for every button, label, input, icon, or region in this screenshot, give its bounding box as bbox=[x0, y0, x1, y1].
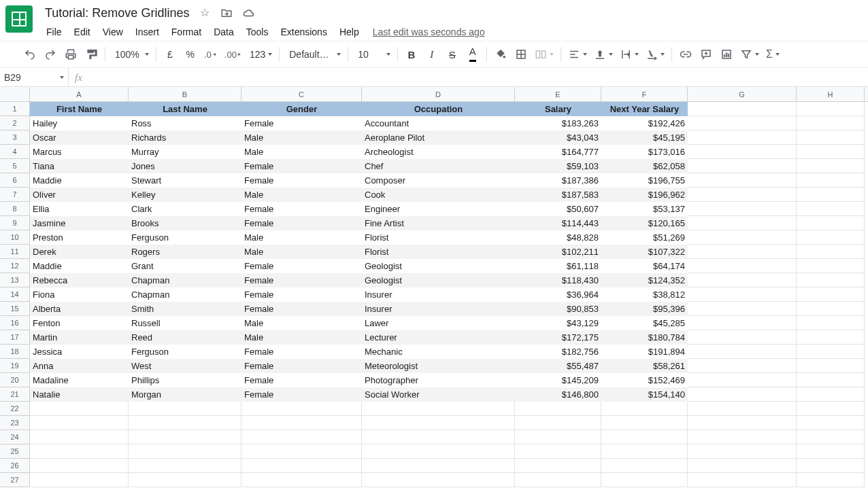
cell[interactable]: $36,964 bbox=[515, 287, 601, 302]
cell[interactable]: West bbox=[129, 359, 241, 373]
cell[interactable]: $183,263 bbox=[515, 116, 601, 130]
cell[interactable] bbox=[688, 359, 797, 373]
cell[interactable]: $164,777 bbox=[515, 145, 601, 159]
cell[interactable] bbox=[688, 173, 797, 188]
cell[interactable]: Meteorologist bbox=[362, 359, 515, 373]
cell[interactable]: $61,118 bbox=[515, 259, 601, 273]
sheets-app-icon[interactable] bbox=[5, 5, 33, 33]
cell[interactable]: Insurer bbox=[362, 302, 515, 316]
cell[interactable] bbox=[688, 130, 797, 145]
cell[interactable] bbox=[362, 444, 515, 459]
cell[interactable]: $124,352 bbox=[601, 273, 688, 287]
cell[interactable] bbox=[688, 202, 797, 216]
row-header[interactable]: 10 bbox=[0, 230, 29, 245]
row-header[interactable]: 8 bbox=[0, 202, 29, 216]
cell[interactable]: Hailey bbox=[30, 116, 129, 130]
cell[interactable]: $192,426 bbox=[601, 116, 688, 130]
row-header[interactable]: 5 bbox=[0, 159, 29, 173]
cell[interactable]: $43,129 bbox=[515, 316, 601, 330]
menu-file[interactable]: File bbox=[41, 24, 67, 40]
cell[interactable] bbox=[688, 302, 797, 316]
cell[interactable] bbox=[688, 145, 797, 159]
row-header[interactable]: 12 bbox=[0, 259, 29, 273]
cell[interactable]: $114,443 bbox=[515, 216, 601, 230]
row-header[interactable]: 21 bbox=[0, 387, 29, 402]
cell[interactable] bbox=[797, 216, 865, 230]
cell[interactable] bbox=[241, 459, 362, 473]
cell[interactable]: Tiana bbox=[30, 159, 129, 173]
cell[interactable] bbox=[688, 373, 797, 387]
cell[interactable]: Lecturer bbox=[362, 330, 515, 345]
strikethrough-button[interactable]: S bbox=[443, 45, 462, 64]
cell[interactable] bbox=[515, 459, 601, 473]
cell[interactable] bbox=[601, 459, 688, 473]
cell[interactable]: Preston bbox=[30, 230, 129, 245]
cell[interactable] bbox=[797, 430, 865, 444]
redo-button[interactable] bbox=[41, 45, 60, 64]
cell[interactable] bbox=[129, 459, 241, 473]
table-header-cell[interactable]: Next Year Salary bbox=[601, 102, 688, 116]
cell[interactable]: $48,828 bbox=[515, 230, 601, 245]
increase-decimal-button[interactable]: .00 bbox=[222, 45, 246, 64]
cell[interactable]: $90,853 bbox=[515, 302, 601, 316]
row-header[interactable]: 15 bbox=[0, 302, 29, 316]
format-as-currency-button[interactable]: £ bbox=[161, 45, 180, 64]
cell[interactable]: $43,043 bbox=[515, 130, 601, 145]
menu-tools[interactable]: Tools bbox=[241, 24, 274, 40]
font-family-dropdown[interactable]: Default (Ari… bbox=[284, 45, 344, 64]
column-header[interactable]: B bbox=[129, 87, 241, 101]
cell[interactable]: $154,140 bbox=[601, 387, 688, 402]
cell[interactable]: Fine Artist bbox=[362, 216, 515, 230]
cell[interactable]: Mechanic bbox=[362, 345, 515, 359]
cell[interactable]: $196,962 bbox=[601, 188, 688, 202]
cell[interactable]: Female bbox=[241, 345, 362, 359]
functions-dropdown[interactable]: Σ bbox=[763, 45, 782, 64]
cell[interactable] bbox=[797, 387, 865, 402]
cell[interactable]: Male bbox=[241, 230, 362, 245]
cell[interactable] bbox=[129, 430, 241, 444]
cell[interactable] bbox=[362, 416, 515, 430]
cell[interactable] bbox=[797, 316, 865, 330]
cell[interactable]: Ellia bbox=[30, 202, 129, 216]
cell[interactable]: Female bbox=[241, 173, 362, 188]
cell[interactable] bbox=[797, 273, 865, 287]
row-header[interactable]: 17 bbox=[0, 330, 29, 345]
cell[interactable]: Female bbox=[241, 216, 362, 230]
more-formats-dropdown[interactable]: 123 bbox=[247, 45, 275, 64]
row-header[interactable]: 13 bbox=[0, 273, 29, 287]
row-header[interactable]: 6 bbox=[0, 173, 29, 188]
cell[interactable] bbox=[241, 430, 362, 444]
cell[interactable]: Male bbox=[241, 188, 362, 202]
cell[interactable]: Oscar bbox=[30, 130, 129, 145]
cell[interactable]: $107,322 bbox=[601, 245, 688, 259]
cell[interactable]: Jessica bbox=[30, 345, 129, 359]
cell[interactable]: $187,583 bbox=[515, 188, 601, 202]
cell[interactable] bbox=[797, 145, 865, 159]
cell[interactable] bbox=[362, 430, 515, 444]
cell[interactable] bbox=[515, 402, 601, 416]
cell[interactable] bbox=[688, 188, 797, 202]
cell[interactable]: Female bbox=[241, 373, 362, 387]
cell[interactable]: Clark bbox=[129, 202, 241, 216]
decrease-decimal-button[interactable]: .0 bbox=[201, 45, 220, 64]
cell[interactable]: Insurer bbox=[362, 287, 515, 302]
cell[interactable] bbox=[30, 473, 129, 487]
menu-edit[interactable]: Edit bbox=[69, 24, 96, 40]
undo-button[interactable] bbox=[20, 45, 39, 64]
cell[interactable] bbox=[30, 402, 129, 416]
row-header[interactable]: 16 bbox=[0, 316, 29, 330]
horizontal-align-dropdown[interactable] bbox=[565, 45, 590, 64]
cell[interactable]: Brooks bbox=[129, 216, 241, 230]
cell[interactable] bbox=[797, 359, 865, 373]
text-rotation-dropdown[interactable] bbox=[643, 45, 667, 64]
column-header[interactable]: G bbox=[688, 87, 797, 101]
font-size-dropdown[interactable]: 10 bbox=[352, 45, 393, 64]
cell[interactable]: Fiona bbox=[30, 287, 129, 302]
cell[interactable]: Russell bbox=[129, 316, 241, 330]
cell[interactable] bbox=[797, 287, 865, 302]
cell[interactable]: $172,175 bbox=[515, 330, 601, 345]
borders-button[interactable] bbox=[512, 45, 531, 64]
cell[interactable]: $187,386 bbox=[515, 173, 601, 188]
cell[interactable]: $145,209 bbox=[515, 373, 601, 387]
cell[interactable]: Cook bbox=[362, 188, 515, 202]
